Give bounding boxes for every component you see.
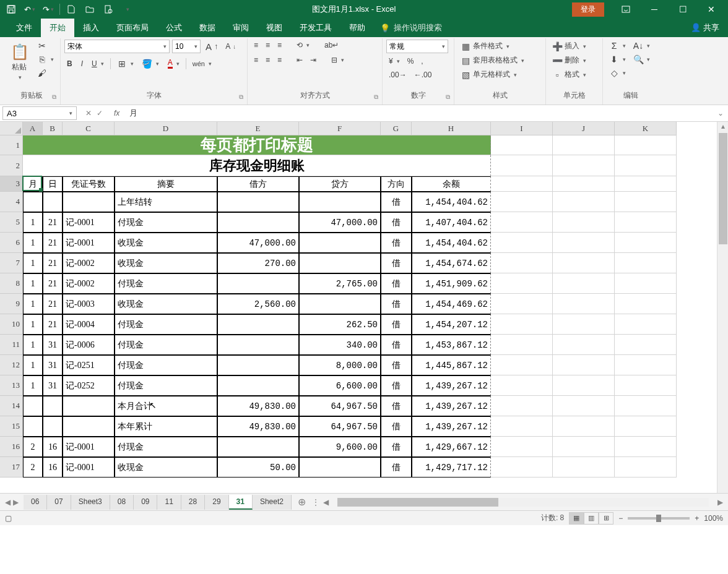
cell[interactable]: 340.00 bbox=[299, 335, 381, 355]
number-format-combo[interactable]: 常规▾ bbox=[386, 40, 448, 53]
cell[interactable]: 64,967.50 bbox=[299, 416, 381, 437]
cell[interactable]: 日 bbox=[43, 176, 63, 192]
cell[interactable] bbox=[553, 253, 615, 273]
cell[interactable] bbox=[63, 416, 115, 437]
cell[interactable]: 付现金 bbox=[115, 212, 217, 233]
column-header[interactable]: F bbox=[299, 122, 381, 135]
cell[interactable] bbox=[615, 273, 677, 294]
cell[interactable]: 上年结转 bbox=[115, 192, 217, 212]
grow-font-button[interactable]: A↑ bbox=[203, 40, 220, 53]
cell[interactable]: 262.50 bbox=[299, 314, 381, 335]
font-name-combo[interactable]: ▾ bbox=[64, 40, 170, 53]
row-header[interactable]: 8 bbox=[0, 273, 23, 294]
table-format-button[interactable]: ▤套用表格格式▾ bbox=[458, 54, 527, 67]
cell[interactable]: 21 bbox=[43, 273, 63, 294]
row-header[interactable]: 13 bbox=[0, 375, 23, 396]
cell[interactable] bbox=[217, 335, 299, 355]
cell[interactable] bbox=[491, 416, 553, 437]
cell-styles-button[interactable]: ▧单元格样式▾ bbox=[458, 68, 527, 81]
enter-formula-icon[interactable]: ✓ bbox=[97, 109, 103, 118]
sheet-nav-prev-icon[interactable]: ◀ bbox=[5, 498, 11, 507]
cell[interactable]: 1,429,667.12 bbox=[412, 437, 491, 457]
cell[interactable] bbox=[553, 155, 615, 176]
align-top-button[interactable]: ≡ bbox=[251, 40, 261, 51]
cell[interactable] bbox=[43, 396, 63, 416]
row-header[interactable]: 12 bbox=[0, 355, 23, 375]
orientation-button[interactable]: ⟲▾ bbox=[294, 40, 312, 51]
cell[interactable]: 借 bbox=[381, 396, 412, 416]
cell[interactable] bbox=[491, 212, 553, 233]
cell[interactable]: 1,454,674.62 bbox=[412, 253, 491, 273]
row-header[interactable]: 1 bbox=[0, 135, 23, 155]
page-break-view-button[interactable]: ⊞ bbox=[599, 512, 613, 525]
cell[interactable]: 2,765.00 bbox=[299, 273, 381, 294]
cell[interactable]: 摘要 bbox=[115, 176, 217, 192]
sheet-tab[interactable]: 09 bbox=[134, 495, 157, 510]
tab-developer[interactable]: 开发工具 bbox=[291, 19, 340, 37]
cell[interactable]: 1,451,909.62 bbox=[412, 273, 491, 294]
percent-button[interactable]: % bbox=[405, 56, 417, 67]
cell[interactable]: 1 bbox=[23, 375, 43, 396]
cell[interactable] bbox=[553, 457, 615, 478]
cell[interactable] bbox=[23, 416, 43, 437]
sheet-tab[interactable]: 07 bbox=[47, 495, 71, 510]
cell[interactable]: 借 bbox=[381, 375, 412, 396]
tab-insert[interactable]: 插入 bbox=[74, 19, 108, 37]
redo-icon[interactable]: ↷▾ bbox=[40, 2, 57, 17]
cell[interactable] bbox=[553, 176, 615, 192]
cell[interactable]: 1,454,404.62 bbox=[412, 192, 491, 212]
cell[interactable] bbox=[553, 294, 615, 314]
sheet-tab[interactable]: 06 bbox=[24, 495, 47, 510]
cell[interactable]: 1,429,717.12 bbox=[412, 457, 491, 478]
cell[interactable] bbox=[615, 192, 677, 212]
cell[interactable]: 收现金 bbox=[115, 457, 217, 478]
share-button[interactable]: 👤 共享 bbox=[682, 19, 728, 37]
cell[interactable]: 付现金 bbox=[115, 437, 217, 457]
borders-button[interactable]: ⊞▾ bbox=[115, 58, 136, 70]
cell[interactable] bbox=[299, 294, 381, 314]
sheet-tab[interactable]: 28 bbox=[181, 495, 205, 510]
cell[interactable] bbox=[491, 335, 553, 355]
tab-view[interactable]: 视图 bbox=[258, 19, 291, 37]
cell[interactable]: 16 bbox=[43, 437, 63, 457]
new-file-icon[interactable] bbox=[63, 2, 80, 17]
row-header[interactable]: 3 bbox=[0, 176, 23, 192]
cell[interactable] bbox=[615, 416, 677, 437]
new-sheet-button[interactable]: ⊕ bbox=[292, 496, 312, 508]
cell[interactable]: 本月合计 bbox=[115, 396, 217, 416]
delete-cells-button[interactable]: ➖删除▾ bbox=[550, 54, 589, 67]
comma-button[interactable]: , bbox=[418, 56, 425, 67]
cell[interactable] bbox=[491, 294, 553, 314]
cell[interactable]: 本年累计 bbox=[115, 416, 217, 437]
zoom-level[interactable]: 100% bbox=[704, 514, 723, 523]
dialog-launcher-icon[interactable]: ⧉ bbox=[374, 93, 378, 101]
cell[interactable] bbox=[615, 355, 677, 375]
cell[interactable]: 1 bbox=[23, 273, 43, 294]
cell[interactable]: 1,445,867.12 bbox=[412, 355, 491, 375]
tab-help[interactable]: 帮助 bbox=[340, 19, 374, 37]
cell[interactable]: 记-0004 bbox=[63, 314, 115, 335]
cell[interactable] bbox=[615, 396, 677, 416]
cell[interactable] bbox=[491, 135, 553, 155]
cell[interactable]: 31 bbox=[43, 335, 63, 355]
cell[interactable] bbox=[491, 273, 553, 294]
cell[interactable]: 1 bbox=[23, 212, 43, 233]
cell[interactable] bbox=[491, 396, 553, 416]
wrap-text-button[interactable]: ab↵ bbox=[322, 40, 341, 51]
cell[interactable] bbox=[615, 176, 677, 192]
indent-inc-button[interactable]: ⇥ bbox=[308, 54, 319, 66]
horizontal-scrollbar[interactable]: ◀ ▶ bbox=[318, 498, 728, 507]
cell[interactable] bbox=[43, 192, 63, 212]
row-header[interactable]: 14 bbox=[0, 396, 23, 416]
sheet-nav-next-icon[interactable]: ▶ bbox=[13, 498, 19, 507]
phonetic-button[interactable]: wén▾ bbox=[190, 59, 214, 69]
cell[interactable]: 借 bbox=[381, 233, 412, 253]
cell[interactable]: 270.00 bbox=[217, 253, 299, 273]
cell[interactable]: 1,454,469.62 bbox=[412, 294, 491, 314]
login-button[interactable]: 登录 bbox=[572, 2, 604, 17]
dialog-launcher-icon[interactable]: ⧉ bbox=[52, 93, 56, 101]
cell[interactable] bbox=[23, 192, 43, 212]
cell[interactable] bbox=[491, 314, 553, 335]
cell[interactable]: 1,439,267.12 bbox=[412, 416, 491, 437]
cell[interactable]: 借 bbox=[381, 437, 412, 457]
